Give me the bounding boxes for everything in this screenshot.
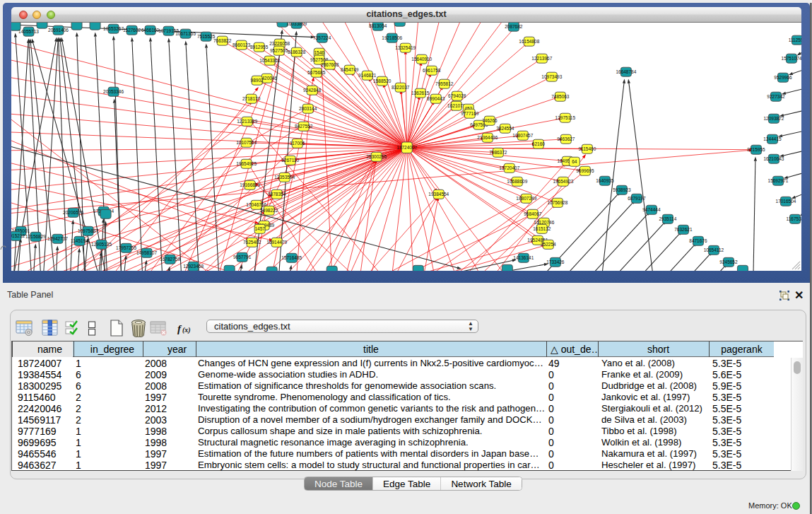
svg-text:1167534: 1167534 — [787, 216, 801, 221]
svg-text:9115460: 9115460 — [578, 146, 596, 151]
svg-text:9474444: 9474444 — [642, 207, 661, 212]
svg-text:15640910: 15640910 — [411, 57, 432, 62]
svg-text:16782759: 16782759 — [160, 257, 180, 262]
svg-text:9699695: 9699695 — [576, 168, 594, 173]
svg-text:10973493: 10973493 — [541, 74, 562, 79]
svg-text:8427552: 8427552 — [295, 124, 313, 129]
svg-text:10107554: 10107554 — [236, 140, 257, 145]
svg-text:17046766: 17046766 — [246, 202, 266, 207]
svg-text:6961758: 6961758 — [423, 68, 441, 73]
svg-text:8813054: 8813054 — [369, 23, 387, 28]
svg-text:8912955: 8912955 — [250, 45, 269, 49]
svg-text:5938923: 5938923 — [613, 187, 631, 192]
svg-text:8990443: 8990443 — [427, 96, 445, 101]
svg-text:19654923: 19654923 — [553, 179, 573, 184]
svg-text:19218506: 19218506 — [382, 35, 402, 40]
svg-text:7485063: 7485063 — [551, 94, 570, 99]
svg-text:2087682: 2087682 — [505, 24, 523, 29]
svg-text:8660123: 8660123 — [233, 42, 251, 47]
svg-text:5675685: 5675685 — [307, 70, 326, 75]
svg-text:12353594: 12353594 — [274, 175, 295, 180]
svg-text:9527505: 9527505 — [270, 48, 288, 53]
svg-text:8878354: 8878354 — [268, 192, 286, 197]
svg-text:3824554: 3824554 — [496, 126, 514, 131]
svg-text:9245652: 9245652 — [719, 259, 738, 264]
svg-text:10975887: 10975887 — [78, 228, 98, 233]
svg-text:12905135: 12905135 — [91, 242, 112, 247]
svg-text:15716485: 15716485 — [281, 255, 302, 260]
svg-text:19166829: 19166829 — [240, 182, 260, 187]
svg-text:16210643: 16210643 — [764, 156, 784, 161]
svg-text:10756928: 10756928 — [547, 200, 567, 205]
svg-text:16154808: 16154808 — [519, 39, 539, 44]
svg-text:25300295: 25300295 — [366, 154, 387, 159]
svg-text:12923468: 12923468 — [183, 264, 204, 269]
svg-text:17016504: 17016504 — [776, 199, 796, 204]
svg-text:6794028: 6794028 — [448, 93, 466, 98]
svg-text:2718170: 2718170 — [242, 96, 261, 101]
svg-text:7986372: 7986372 — [489, 150, 507, 155]
svg-text:12156829: 12156829 — [25, 234, 46, 239]
svg-text:(x): (x) — [182, 326, 191, 334]
svg-text:f: f — [177, 323, 182, 334]
svg-text:2803144: 2803144 — [299, 106, 317, 111]
svg-text:18724007: 18724007 — [396, 145, 417, 150]
svg-text:1244415: 1244415 — [763, 136, 782, 141]
svg-text:98902: 98902 — [251, 78, 264, 83]
svg-text:13325419: 13325419 — [395, 45, 416, 50]
svg-text:12942737: 12942737 — [47, 236, 68, 241]
svg-text:12213389: 12213389 — [237, 119, 257, 124]
svg-text:14958107: 14958107 — [136, 250, 157, 255]
svg-text:21364436: 21364436 — [477, 135, 498, 140]
svg-text:16648784: 16648784 — [616, 69, 636, 74]
svg-text:3915212: 3915212 — [11, 233, 25, 238]
svg-text:9684067: 9684067 — [524, 211, 542, 216]
svg-text:10653267: 10653267 — [103, 26, 124, 31]
svg-text:8186328: 8186328 — [288, 49, 306, 54]
svg-text:10543362: 10543362 — [259, 58, 280, 63]
svg-text:117006: 117006 — [290, 141, 305, 146]
svg-text:15751074: 15751074 — [782, 56, 801, 61]
svg-text:10688609: 10688609 — [507, 179, 527, 184]
svg-text:15692971: 15692971 — [768, 178, 789, 183]
svg-text:7663822: 7663822 — [213, 38, 232, 43]
svg-text:9657791: 9657791 — [233, 255, 252, 259]
svg-text:1640935: 1640935 — [596, 178, 614, 183]
svg-text:1546: 1546 — [314, 50, 324, 55]
svg-text:12093872: 12093872 — [764, 116, 784, 121]
svg-text:1588520: 1588520 — [373, 78, 392, 83]
svg-text:14055713: 14055713 — [18, 29, 39, 34]
svg-text:9529966: 9529966 — [774, 75, 792, 80]
svg-text:8454749: 8454749 — [341, 67, 359, 72]
svg-text:10807457: 10807457 — [512, 133, 533, 138]
svg-text:19654925: 19654925 — [236, 161, 257, 166]
svg-text:9146821: 9146821 — [358, 73, 377, 78]
svg-text:2935114: 2935114 — [659, 216, 677, 221]
svg-text:8471676: 8471676 — [689, 238, 707, 243]
svg-text:5498222: 5498222 — [260, 208, 278, 213]
svg-text:1145194: 1145194 — [71, 238, 88, 243]
svg-text:1457: 1457 — [254, 226, 265, 231]
svg-text:16033809: 16033809 — [286, 23, 307, 26]
svg-text:20206576: 20206576 — [63, 210, 83, 215]
svg-text:12975115: 12975115 — [555, 115, 576, 120]
svg-text:10654112: 10654112 — [704, 247, 724, 252]
svg-text:10671355: 10671355 — [175, 31, 196, 36]
svg-text:1112553: 1112553 — [789, 37, 801, 42]
svg-text:9777169: 9777169 — [461, 111, 479, 116]
svg-text:9242848: 9242848 — [303, 88, 322, 93]
svg-text:1615132: 1615132 — [533, 226, 551, 231]
svg-text:9463627: 9463627 — [557, 136, 575, 141]
svg-text:7632621: 7632621 — [674, 227, 693, 232]
svg-text:20053346: 20053346 — [103, 89, 124, 94]
svg-text:12213967: 12213967 — [531, 56, 552, 61]
svg-text:7357224: 7357224 — [313, 35, 331, 40]
svg-text:252254: 252254 — [541, 242, 556, 247]
svg-text:20691406: 20691406 — [48, 28, 69, 33]
svg-text:17957255: 17957255 — [116, 245, 136, 250]
svg-text:7955812: 7955812 — [435, 81, 454, 86]
svg-text:16914479: 16914479 — [266, 240, 287, 245]
svg-text:15720407: 15720407 — [499, 165, 519, 170]
svg-text:19384554: 19384554 — [428, 192, 449, 197]
svg-text:14136141: 14136141 — [513, 255, 534, 260]
